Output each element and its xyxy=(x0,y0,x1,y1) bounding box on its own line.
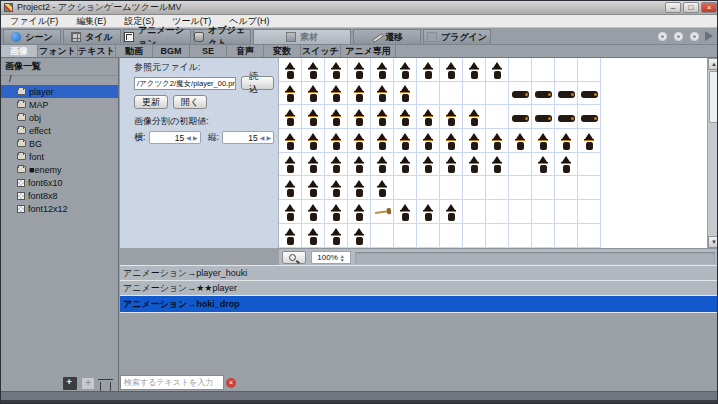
zoom-level-stepper[interactable]: 100% ▲▼ xyxy=(311,251,351,264)
sprite-cell[interactable] xyxy=(555,129,578,153)
sidebar-item-map[interactable]: MAP xyxy=(1,98,118,111)
sprite-cell[interactable] xyxy=(532,82,555,106)
sub-tab[interactable]: スイッチ xyxy=(301,45,341,57)
sprite-cell[interactable] xyxy=(509,176,532,200)
sprite-cell[interactable] xyxy=(348,224,371,248)
sprite-cell[interactable] xyxy=(486,105,509,129)
maximize-button[interactable]: □ xyxy=(683,2,699,13)
sprite-cell[interactable] xyxy=(532,200,555,224)
sprite-cell[interactable] xyxy=(509,82,532,106)
sprite-cell[interactable] xyxy=(279,82,302,106)
stepper-right-icon[interactable]: ▶ xyxy=(193,134,198,141)
sub-tab[interactable]: BGM xyxy=(153,45,190,57)
v-split-stepper[interactable]: 15 ◀ ▶ xyxy=(222,131,274,144)
sprite-sheet-panel[interactable]: ▲ ▼ xyxy=(279,58,718,248)
sprite-cell[interactable] xyxy=(394,105,417,129)
play-button[interactable] xyxy=(705,31,713,41)
sub-tab[interactable]: テキスト xyxy=(78,45,116,57)
sprite-cell[interactable] xyxy=(325,176,348,200)
sprite-cell[interactable] xyxy=(509,224,532,248)
undo-icon[interactable] xyxy=(657,31,668,42)
sprite-cell[interactable] xyxy=(279,129,302,153)
sprite-cell[interactable] xyxy=(302,129,325,153)
sprite-cell[interactable] xyxy=(578,58,601,82)
sprite-cell[interactable] xyxy=(302,58,325,82)
sprite-cell[interactable] xyxy=(371,153,394,177)
sprite-cell[interactable] xyxy=(302,153,325,177)
sprite-cell[interactable] xyxy=(532,105,555,129)
sprite-cell[interactable] xyxy=(325,153,348,177)
sprite-cell[interactable] xyxy=(325,105,348,129)
sprite-cell[interactable] xyxy=(440,224,463,248)
sprite-cell[interactable] xyxy=(348,129,371,153)
load-button[interactable]: 読込 xyxy=(241,76,274,90)
sidebar-item-player[interactable]: player xyxy=(1,85,118,98)
update-button[interactable]: 更新 xyxy=(134,95,168,109)
sprite-cell[interactable] xyxy=(394,176,417,200)
sprite-cell[interactable] xyxy=(486,58,509,82)
sprite-cell[interactable] xyxy=(279,105,302,129)
sprite-cell[interactable] xyxy=(417,82,440,106)
sprite-cell[interactable] xyxy=(486,129,509,153)
sprite-cell[interactable] xyxy=(440,176,463,200)
horizontal-scrollbar[interactable] xyxy=(355,252,715,264)
sprite-cell[interactable] xyxy=(348,82,371,106)
gear-icon[interactable] xyxy=(673,31,684,42)
sidebar-item-enemy[interactable]: ■enemy xyxy=(1,163,118,176)
scroll-down-icon[interactable]: ▼ xyxy=(708,236,718,248)
main-tab-tile[interactable]: タイル xyxy=(63,29,121,44)
sprite-cell[interactable] xyxy=(509,129,532,153)
add-folder-button[interactable] xyxy=(63,377,77,390)
sprite-cell[interactable] xyxy=(440,129,463,153)
sprite-cell[interactable] xyxy=(440,153,463,177)
sprite-cell[interactable] xyxy=(348,176,371,200)
sprite-cell[interactable] xyxy=(417,129,440,153)
sub-tab[interactable]: SE xyxy=(190,45,227,57)
sprite-cell[interactable] xyxy=(348,105,371,129)
sprite-cell[interactable] xyxy=(578,153,601,177)
sprite-cell[interactable] xyxy=(463,153,486,177)
sprite-cell[interactable] xyxy=(509,153,532,177)
sub-tab[interactable]: アニメ専用 xyxy=(341,45,396,57)
h-split-stepper[interactable]: 15 ◀ ▶ xyxy=(149,131,201,144)
sprite-cell[interactable] xyxy=(578,105,601,129)
delete-button[interactable] xyxy=(100,382,111,392)
sprite-cell[interactable] xyxy=(325,200,348,224)
stepper-left-icon[interactable]: ◀ xyxy=(260,134,265,141)
sprite-cell[interactable] xyxy=(486,200,509,224)
sprite-cell[interactable] xyxy=(440,58,463,82)
clear-search-icon[interactable]: × xyxy=(226,378,236,388)
sub-tab[interactable]: 変数 xyxy=(264,45,301,57)
sprite-cell[interactable] xyxy=(371,224,394,248)
sprite-cell[interactable] xyxy=(371,105,394,129)
sidebar-item-[interactable]: / xyxy=(1,72,118,85)
zoom-button[interactable] xyxy=(282,251,306,264)
search-input[interactable] xyxy=(120,375,224,390)
menu-item[interactable]: 編集(E) xyxy=(67,15,115,28)
sprite-cell[interactable] xyxy=(302,176,325,200)
sprite-cell[interactable] xyxy=(578,200,601,224)
sprite-cell[interactable] xyxy=(325,58,348,82)
sprite-cell[interactable] xyxy=(555,224,578,248)
sprite-cell[interactable] xyxy=(555,58,578,82)
sprite-cell[interactable] xyxy=(325,224,348,248)
main-tab-plugin[interactable]: プラグイン xyxy=(423,29,491,44)
sprite-cell[interactable] xyxy=(417,58,440,82)
sprite-cell[interactable] xyxy=(440,82,463,106)
sidebar-item-bg[interactable]: BG xyxy=(1,137,118,150)
sprite-cell[interactable] xyxy=(486,82,509,106)
animation-list-item[interactable]: アニメーション→player_houki xyxy=(120,266,718,281)
sprite-cell[interactable] xyxy=(463,105,486,129)
menu-item[interactable]: ファイル(F) xyxy=(1,15,67,28)
sidebar-item-font6x10[interactable]: font6x10 xyxy=(1,176,118,189)
sprite-cell[interactable] xyxy=(371,58,394,82)
sprite-cell[interactable] xyxy=(394,153,417,177)
animation-list-item[interactable]: アニメーション→★★player xyxy=(120,281,718,296)
animation-list-item[interactable]: アニメーション→hoki_drop xyxy=(120,296,718,313)
sprite-cell[interactable] xyxy=(463,176,486,200)
sprite-cell[interactable] xyxy=(279,176,302,200)
sidebar-item-font[interactable]: font xyxy=(1,150,118,163)
sprite-cell[interactable] xyxy=(417,153,440,177)
sprite-cell[interactable] xyxy=(440,105,463,129)
sprite-cell[interactable] xyxy=(417,105,440,129)
